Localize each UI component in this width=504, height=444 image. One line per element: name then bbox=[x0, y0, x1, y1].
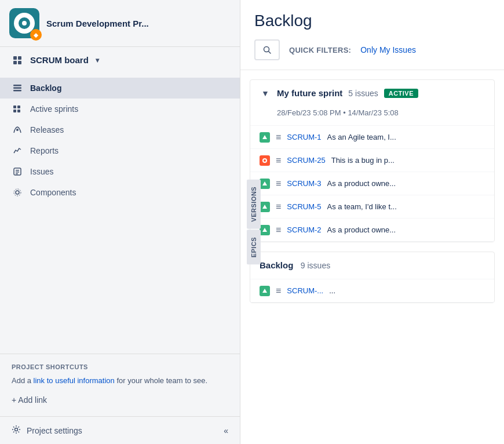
svg-rect-9 bbox=[16, 170, 19, 171]
issue-row[interactable]: ≡ SCRUM-3 As a product owne... bbox=[250, 172, 494, 195]
issue-priority-icon: ≡ bbox=[276, 202, 281, 212]
issue-summary: As a product owne... bbox=[327, 179, 396, 188]
sidebar-item-components[interactable]: Components bbox=[0, 182, 240, 203]
side-tabs: VERSIONS EPICS bbox=[247, 180, 261, 264]
svg-point-12 bbox=[16, 191, 19, 194]
svg-rect-0 bbox=[13, 85, 21, 86]
add-link-label: + Add link bbox=[12, 395, 47, 405]
project-settings-button[interactable]: Project settings bbox=[12, 425, 82, 436]
issue-key: SCRUM-1 bbox=[287, 133, 321, 141]
issue-row[interactable]: ≡ SCRUM-1 As an Agile team, I... bbox=[250, 126, 494, 149]
page-title: Backlog bbox=[254, 12, 490, 30]
active-sprints-icon bbox=[12, 104, 23, 114]
svg-rect-4 bbox=[17, 105, 20, 108]
svg-rect-10 bbox=[16, 172, 19, 173]
app-icon: ◆ bbox=[9, 8, 39, 38]
project-shortcuts: PROJECT SHORTCUTS Add a link to useful i… bbox=[0, 354, 240, 417]
issue-priority-icon: ≡ bbox=[276, 179, 281, 189]
backlog-issues: ≡ SCRUM-... ... bbox=[250, 279, 494, 303]
sidebar-item-backlog[interactable]: Backlog bbox=[0, 78, 240, 99]
issue-key: SCRUM-3 bbox=[287, 179, 321, 188]
scrum-board-label: SCRUM board bbox=[30, 55, 89, 65]
app-icon-eye bbox=[19, 17, 30, 29]
issue-row[interactable]: ≡ SCRUM-25 This is a bug in p... bbox=[250, 149, 494, 172]
issue-row[interactable]: ≡ SCRUM-5 As a team, I'd like t... bbox=[250, 195, 494, 219]
main-content: Backlog QUICK FILTERS: Only My Issues ▼ … bbox=[240, 0, 504, 444]
issue-key: SCRUM-... bbox=[287, 286, 323, 295]
issues-label: Issues bbox=[30, 167, 228, 176]
svg-point-13 bbox=[14, 189, 21, 196]
issue-row[interactable]: ≡ SCRUM-... ... bbox=[250, 279, 494, 303]
sidebar-footer: Project settings « bbox=[0, 416, 240, 444]
sidebar-header: ◆ Scrum Development Pr... bbox=[0, 0, 240, 47]
issue-summary: As a team, I'd like t... bbox=[327, 202, 397, 211]
sidebar-item-active-sprints[interactable]: Active sprints bbox=[0, 99, 240, 119]
issue-priority-icon: ≡ bbox=[276, 155, 281, 166]
issue-type-bug-icon bbox=[260, 155, 270, 166]
issue-row[interactable]: ≡ SCRUM-2 As a product owne... bbox=[250, 219, 494, 242]
sidebar-item-scrum-board[interactable]: SCRUM board ▾ bbox=[0, 47, 240, 73]
backlog-header: Backlog 9 issues bbox=[250, 252, 494, 279]
sprint-count: 5 issues bbox=[348, 89, 378, 98]
shortcuts-desc: Add a link to useful information for you… bbox=[12, 375, 228, 387]
issue-key: SCRUM-25 bbox=[287, 156, 325, 165]
content-scroll: ▼ My future sprint 5 issues ACTIVE 28/Fe… bbox=[240, 70, 504, 444]
svg-line-16 bbox=[269, 52, 271, 54]
issue-type-story-icon bbox=[260, 225, 270, 235]
add-link-button[interactable]: + Add link bbox=[12, 393, 228, 407]
sidebar-item-issues[interactable]: Issues bbox=[0, 161, 240, 182]
collapse-sidebar-button[interactable]: « bbox=[224, 426, 228, 435]
sidebar-item-reports[interactable]: Reports bbox=[0, 140, 240, 161]
issue-priority-icon: ≡ bbox=[276, 225, 281, 235]
backlog-icon bbox=[12, 83, 23, 93]
svg-rect-6 bbox=[17, 110, 20, 112]
svg-rect-5 bbox=[13, 110, 16, 112]
components-icon bbox=[12, 188, 23, 197]
main-header: Backlog QUICK FILTERS: Only My Issues bbox=[240, 0, 504, 70]
backlog-count: 9 issues bbox=[301, 261, 330, 270]
svg-point-7 bbox=[16, 129, 19, 131]
reports-icon bbox=[12, 146, 23, 155]
sprint-header: ▼ My future sprint 5 issues ACTIVE bbox=[250, 80, 494, 106]
shortcuts-title: PROJECT SHORTCUTS bbox=[12, 363, 228, 370]
sidebar: ◆ Scrum Development Pr... SCRUM board ▾ … bbox=[0, 0, 240, 444]
sprint-end-date: 14/Mar/23 5:08 bbox=[348, 108, 398, 117]
quick-filters-label: QUICK FILTERS: bbox=[289, 46, 351, 54]
svg-rect-2 bbox=[13, 90, 21, 92]
sidebar-item-releases[interactable]: Releases bbox=[0, 119, 240, 140]
sprint-issues: ≡ SCRUM-1 As an Agile team, I... ≡ SCRUM… bbox=[250, 125, 494, 242]
backlog-section: Backlog 9 issues ≡ SCRUM-... ... bbox=[250, 252, 495, 303]
sprint-active-badge: ACTIVE bbox=[384, 89, 418, 98]
issue-summary: As a product owne... bbox=[327, 225, 396, 234]
toolbar: QUICK FILTERS: Only My Issues bbox=[254, 39, 490, 60]
svg-rect-11 bbox=[16, 173, 18, 174]
app-badge: ◆ bbox=[30, 29, 42, 41]
sprint-collapse-button[interactable]: ▼ bbox=[260, 89, 271, 98]
components-label: Components bbox=[30, 188, 228, 197]
issue-type-story-icon bbox=[260, 132, 270, 143]
shortcuts-link[interactable]: link to useful information bbox=[34, 376, 115, 385]
issue-summary: ... bbox=[329, 286, 335, 295]
issue-key: SCRUM-5 bbox=[287, 202, 321, 211]
sprint-section: ▼ My future sprint 5 issues ACTIVE 28/Fe… bbox=[250, 79, 495, 242]
sidebar-nav: Backlog Active sprints Rel bbox=[0, 73, 240, 354]
backlog-label: Backlog bbox=[30, 83, 228, 93]
project-settings-label: Project settings bbox=[27, 426, 82, 435]
epics-tab[interactable]: EPICS bbox=[247, 230, 261, 265]
issue-priority-icon: ≡ bbox=[276, 132, 281, 143]
sprint-dates: 28/Feb/23 5:08 PM • 14/Mar/23 5:08 bbox=[250, 106, 494, 125]
only-my-issues-filter[interactable]: Only My Issues bbox=[360, 43, 416, 57]
issue-priority-icon: ≡ bbox=[276, 286, 281, 296]
sprint-title: My future sprint bbox=[277, 88, 342, 98]
search-button[interactable] bbox=[254, 39, 280, 60]
issue-summary: As an Agile team, I... bbox=[327, 133, 396, 141]
issue-summary: This is a bug in p... bbox=[331, 156, 395, 165]
versions-tab[interactable]: VERSIONS bbox=[247, 180, 261, 229]
project-title: Scrum Development Pr... bbox=[46, 19, 149, 28]
scrum-board-icon bbox=[12, 56, 23, 64]
svg-rect-3 bbox=[13, 105, 16, 108]
releases-label: Releases bbox=[30, 125, 228, 134]
svg-rect-1 bbox=[13, 88, 21, 89]
issue-key: SCRUM-2 bbox=[287, 225, 321, 234]
issue-type-story-icon bbox=[260, 179, 270, 189]
